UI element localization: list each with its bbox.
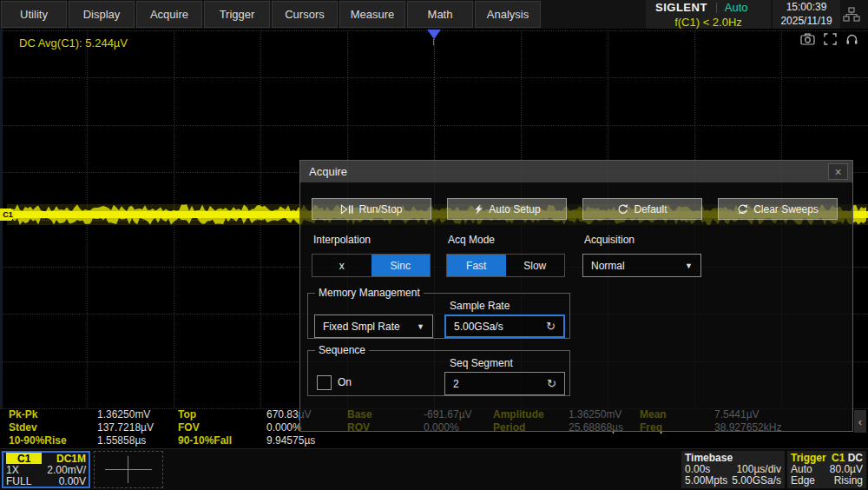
- timebase-delay: 0.00s: [685, 463, 710, 475]
- menu-item-trigger[interactable]: Trigger: [204, 1, 270, 28]
- crosshair-icon: [105, 469, 152, 470]
- chevron-down-icon: ▼: [417, 322, 424, 331]
- measurement-value: 0.000%: [266, 421, 302, 434]
- separator: [716, 3, 717, 13]
- menu-item-cursors[interactable]: Cursors: [272, 1, 338, 28]
- seq-segment-label: Seq Segment: [450, 357, 513, 369]
- trigger-type: Edge: [791, 474, 815, 487]
- measurement-value: 1.55858µs: [97, 434, 146, 447]
- channel1-panel[interactable]: C1 DC1M 1X 2.00mV/ FULL 0.00V: [2, 451, 90, 488]
- seq-segment-input[interactable]: 2 ↻: [444, 372, 565, 395]
- sound-icon[interactable]: [845, 33, 858, 45]
- run-stop-button[interactable]: Run/Stop: [312, 198, 431, 220]
- memory-management-group: Memory Management Fixed Smpl Rate ▼ Samp…: [307, 287, 570, 339]
- menu-item-math[interactable]: Math: [407, 1, 473, 28]
- menu-item-analysis[interactable]: Analysis: [475, 1, 541, 28]
- sequence-group: Sequence On Seq Segment 2 ↻: [307, 344, 570, 396]
- refresh-icon[interactable]: ↻: [547, 377, 556, 390]
- channel1-scale: 2.00mV/: [47, 464, 86, 476]
- timebase-panel[interactable]: Timebase 0.00s 100µs/div 5.00Mpts 5.00GS…: [681, 451, 785, 488]
- acq-mode-option-slow[interactable]: Slow: [506, 255, 565, 276]
- acquisition-label: Acquisition: [584, 234, 635, 246]
- acq-mode-label: Acq Mode: [448, 234, 495, 246]
- network-icon: [843, 7, 860, 22]
- measurement-label: Stdev: [9, 421, 37, 434]
- bottom-status-bar: C1 DC1M 1X 2.00mV/ FULL 0.00V Timebase 0…: [0, 448, 868, 490]
- add-channel-slot[interactable]: [94, 451, 163, 488]
- channel1-probe: 1X: [6, 464, 19, 476]
- sample-rate-value: 5.00GSa/s: [454, 321, 503, 333]
- crosshair-icon: [128, 456, 128, 483]
- sequence-on-label: On: [338, 376, 352, 388]
- interpolation-label: Interpolation: [313, 234, 371, 246]
- channel1-offset: 0.00V: [59, 475, 86, 487]
- sequence-legend: Sequence: [315, 344, 369, 356]
- measurement-value: 9.94575µs: [266, 434, 315, 447]
- clear-sweeps-button[interactable]: Clear Sweeps: [718, 198, 838, 220]
- memory-mode-dropdown[interactable]: Fixed Smpl Rate ▼: [314, 315, 433, 338]
- memory-management-legend: Memory Management: [315, 287, 424, 299]
- acquire-dialog: Acquire × Run/Stop Auto Setup Default Cl…: [299, 160, 853, 432]
- measurements-collapse-arrow[interactable]: ‹: [854, 410, 866, 433]
- status-brand-box: SIGLENT Auto f(C1) < 2.0Hz: [646, 0, 771, 29]
- date-readout: 2025/11/19: [773, 14, 840, 28]
- dc-avg-readout: DC Avg(C1): 5.244µV: [19, 36, 128, 50]
- camera-icon[interactable]: [800, 33, 815, 45]
- channel1-badge: C1: [6, 453, 42, 464]
- interpolation-option-x[interactable]: x: [312, 255, 372, 276]
- oscilloscope-screen: UtilityDisplayAcquireTriggerCursorsMeasu…: [0, 0, 868, 490]
- chevron-down-icon: ▼: [685, 262, 693, 270]
- acq-mode-toggle: Fast Slow: [446, 254, 565, 277]
- timebase-scale: 100µs/div: [736, 463, 781, 475]
- acq-mode-option-fast[interactable]: Fast: [447, 255, 506, 276]
- interpolation-toggle: x Sinc: [312, 254, 431, 277]
- menu-item-display[interactable]: Display: [69, 1, 135, 28]
- refresh-icon[interactable]: ↻: [546, 320, 556, 333]
- sequence-on-checkbox[interactable]: [317, 375, 332, 390]
- trigger-position-marker[interactable]: [427, 30, 441, 39]
- trigger-coupling: DC: [848, 452, 863, 464]
- trigger-title: Trigger: [791, 452, 826, 464]
- measurement-label: 90-10%Fall: [178, 434, 232, 447]
- timebase-points: 5.00Mpts: [685, 474, 727, 487]
- dialog-button-row: Run/Stop Auto Setup Default Clear Sweeps: [312, 198, 838, 220]
- play-pause-icon-label: Run/Stop: [358, 203, 402, 215]
- trigger-source: C1: [832, 452, 845, 464]
- brand-logo: SIGLENT: [655, 1, 707, 14]
- seq-segment-value: 2: [453, 378, 459, 390]
- close-icon[interactable]: ×: [828, 163, 848, 180]
- trigger-panel[interactable]: Trigger C1 DC Auto 80.0µV Edge Rising: [787, 451, 866, 488]
- acquisition-value: Normal: [591, 260, 625, 272]
- channel1-coupling: DC1M: [56, 453, 86, 465]
- dialog-title: Acquire: [309, 165, 347, 178]
- acquisition-dropdown[interactable]: Normal ▼: [582, 254, 701, 277]
- measurement-label: FOV: [178, 421, 200, 434]
- measurement-label: Pk-Pk: [9, 408, 37, 420]
- timebase-rate: 5.00GSa/s: [732, 474, 781, 487]
- fullscreen-icon[interactable]: [824, 33, 837, 45]
- grid-line: [87, 30, 88, 408]
- default-button[interactable]: Default: [582, 198, 702, 220]
- menu-item-acquire[interactable]: Acquire: [136, 1, 202, 28]
- clock-box: 15:00:39 2025/11/19: [773, 0, 840, 29]
- trigger-mode: Auto: [791, 463, 812, 475]
- grid-line: [260, 30, 261, 408]
- time-readout: 15:00:39: [773, 0, 840, 14]
- trigger-slope: Rising: [834, 474, 863, 487]
- measurement-value: 1.36250mV: [97, 408, 150, 420]
- bolt-icon-label: Auto Setup: [489, 203, 540, 215]
- auto-setup-button[interactable]: Auto Setup: [447, 198, 567, 220]
- measurement-label: Top: [178, 408, 196, 420]
- dialog-header[interactable]: Acquire: [300, 161, 852, 182]
- interpolation-option-sinc[interactable]: Sinc: [372, 255, 431, 276]
- timebase-title: Timebase: [685, 452, 733, 464]
- sample-rate-label: Sample Rate: [450, 300, 510, 312]
- menu-item-utility[interactable]: Utility: [1, 1, 67, 28]
- menu-item-measure[interactable]: Measure: [339, 1, 405, 28]
- measurement-value: 137.7218µV: [97, 421, 154, 434]
- memory-mode-value: Fixed Smpl Rate: [323, 321, 400, 333]
- sample-rate-input[interactable]: 5.00GSa/s ↻: [444, 315, 565, 338]
- frequency-counter: f(C1) < 2.0Hz: [646, 16, 771, 29]
- reset-arrow-icon-label: Default: [634, 203, 667, 215]
- sweep-icon-label: Clear Sweeps: [753, 203, 819, 215]
